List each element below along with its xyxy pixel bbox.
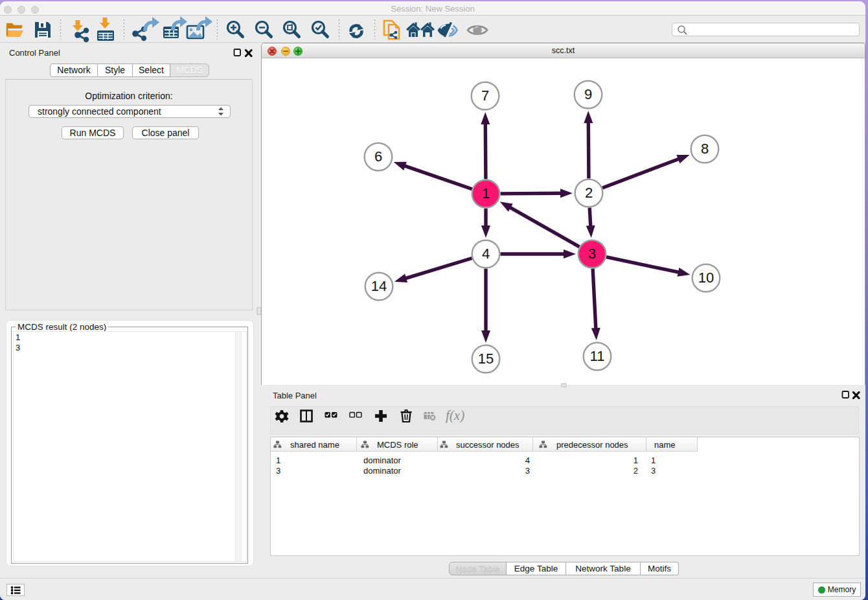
svg-text:f(x): f(x) <box>446 410 464 423</box>
